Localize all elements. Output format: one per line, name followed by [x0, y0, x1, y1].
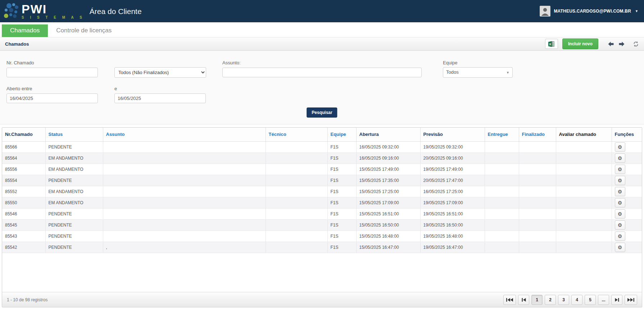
page-4-button[interactable]: 4: [571, 295, 582, 305]
previsao-cell: 19/05/2025 16:47:00: [420, 242, 485, 253]
tickets-grid: Nr.ChamadoStatusAssuntoTécnicoEquipeAber…: [2, 127, 642, 307]
gear-button[interactable]: ⚙: [615, 187, 625, 196]
funcoes-cell: ⚙: [612, 230, 642, 242]
next-page-button[interactable]: [611, 295, 622, 305]
equipe-cell: F1S: [327, 186, 356, 197]
gear-button[interactable]: ⚙: [615, 232, 625, 241]
page-number-buttons: 12345...: [531, 295, 609, 305]
avaliar-chamado-cell: [556, 186, 612, 197]
equipe-cell: F1S: [327, 197, 356, 208]
forward-arrow-button[interactable]: [618, 41, 625, 47]
user-menu[interactable]: MATHEUS.CARDOSO@PWI.COM.BR ▼: [540, 6, 638, 17]
column-header-nr-chamado[interactable]: Nr.Chamado: [2, 128, 45, 141]
finalizado-cell: [519, 164, 556, 175]
refresh-button[interactable]: [633, 41, 639, 47]
records-summary: 1 - 10 de 98 registros: [7, 297, 47, 302]
brand: PWI S I S T E M A S Área do Cliente: [4, 3, 142, 20]
page-2-button[interactable]: 2: [545, 295, 556, 305]
avaliar-chamado-cell: [556, 230, 612, 242]
abertura-cell: 15/05/2025 16:47:00: [356, 242, 420, 253]
column-header-avaliar-chamado[interactable]: Avaliar chamado: [556, 128, 612, 141]
status-cell: PENDENTE: [45, 219, 103, 230]
table-row: 85546PENDENTEF1S15/05/2025 16:51:0019/05…: [2, 208, 642, 219]
gear-button[interactable]: ⚙: [615, 154, 625, 163]
avaliar-chamado-cell: [556, 164, 612, 175]
table-row: 85564EM ANDAMENTOF1S16/05/2025 09:16:002…: [2, 152, 642, 164]
table-header-row: Nr.ChamadoStatusAssuntoTécnicoEquipeAber…: [2, 128, 642, 141]
table-row: 85556EM ANDAMENTOF1S15/05/2025 17:49:001…: [2, 164, 642, 175]
tab-bar: Chamados Controle de licenças: [0, 22, 644, 37]
table-row: 85550EM ANDAMENTOF1S15/05/2025 17:09:001…: [2, 197, 642, 208]
assunto-cell: [103, 164, 266, 175]
page-3-button[interactable]: 3: [558, 295, 569, 305]
finalizado-cell: [519, 186, 556, 197]
first-page-button[interactable]: [503, 295, 516, 305]
tecnico-cell: [266, 186, 327, 197]
ticket-number-cell: 85566: [2, 141, 45, 152]
ticket-number-cell: 85542: [2, 242, 45, 253]
assunto-input[interactable]: [222, 68, 422, 77]
last-page-button[interactable]: [625, 295, 637, 305]
gear-button[interactable]: ⚙: [615, 176, 625, 185]
page-ellipsis-button[interactable]: ...: [598, 295, 609, 305]
tab-controle-de-licencas[interactable]: Controle de licenças: [48, 24, 120, 37]
status-cell: EM ANDAMENTO: [45, 197, 103, 208]
prev-page-button[interactable]: [518, 295, 529, 305]
page-1-button[interactable]: 1: [531, 295, 543, 305]
column-header-equipe[interactable]: Equipe: [327, 128, 356, 141]
gear-button[interactable]: ⚙: [615, 220, 625, 230]
page-5-button[interactable]: 5: [585, 295, 596, 305]
equipe-cell: F1S: [327, 242, 356, 253]
tecnico-cell: [266, 175, 327, 186]
column-header-finalizado[interactable]: Finalizado: [519, 128, 556, 141]
column-header-entregue[interactable]: Entregue: [485, 128, 519, 141]
export-excel-button[interactable]: X: [545, 39, 558, 49]
gear-button[interactable]: ⚙: [615, 209, 625, 219]
back-arrow-button[interactable]: [608, 41, 614, 47]
status-cell: EM ANDAMENTO: [45, 186, 103, 197]
avaliar-chamado-cell: [556, 242, 612, 253]
next-page-icon: [614, 298, 620, 302]
column-header-status[interactable]: Status: [45, 128, 103, 141]
incluir-novo-button[interactable]: Incluir novo: [562, 38, 598, 49]
gear-button[interactable]: ⚙: [615, 142, 625, 152]
equipe-cell: F1S: [327, 219, 356, 230]
date-from-input[interactable]: [6, 93, 98, 103]
date-to-input[interactable]: [114, 93, 206, 103]
abertura-cell: 15/05/2025 16:48:00: [356, 230, 420, 242]
column-header-t-cnico[interactable]: Técnico: [266, 128, 327, 141]
entregue-cell: [485, 141, 519, 152]
column-header-assunto[interactable]: Assunto: [103, 128, 266, 141]
grid-toolbar: Chamados X Incluir novo: [0, 37, 644, 51]
previsao-cell: 19/05/2025 09:32:00: [420, 141, 485, 152]
assunto-cell: [103, 186, 266, 197]
pesquisar-button[interactable]: Pesquisar: [307, 108, 337, 118]
column-header-previs-o[interactable]: Previsão: [420, 128, 485, 141]
tab-chamados[interactable]: Chamados: [2, 24, 48, 37]
column-header-abertura[interactable]: Abertura: [356, 128, 420, 141]
funcoes-cell: ⚙: [612, 141, 642, 152]
select-arrow-icon: ▼: [506, 71, 509, 74]
gear-button[interactable]: ⚙: [615, 198, 625, 207]
abertura-cell: 16/05/2025 09:32:00: [356, 141, 420, 152]
gear-button[interactable]: ⚙: [615, 165, 625, 174]
assunto-label: Assunto:: [222, 60, 241, 65]
nr-chamado-input[interactable]: [6, 68, 98, 77]
assunto-cell: [103, 152, 266, 164]
section-title: Chamados: [5, 41, 29, 47]
funcoes-cell: ⚙: [612, 186, 642, 197]
tecnico-cell: [266, 197, 327, 208]
tecnico-cell: [266, 141, 327, 152]
table-row: 85554PENDENTEF1S15/05/2025 17:35:0020/05…: [2, 175, 642, 186]
brand-subtitle: S I S T E M A S: [22, 16, 85, 19]
column-header-fun-es[interactable]: Funções: [612, 128, 642, 141]
gear-button[interactable]: ⚙: [615, 243, 625, 252]
assunto-cell: [103, 197, 266, 208]
status-filter-select[interactable]: Todos (Não Finalizados): [114, 67, 206, 78]
equipe-select[interactable]: Todos ▼: [443, 67, 513, 78]
funcoes-cell: ⚙: [612, 152, 642, 164]
finalizado-cell: [519, 208, 556, 219]
ticket-number-cell: 85556: [2, 164, 45, 175]
equipe-selected-value: Todos: [446, 69, 459, 75]
status-cell: EM ANDAMENTO: [45, 164, 103, 175]
